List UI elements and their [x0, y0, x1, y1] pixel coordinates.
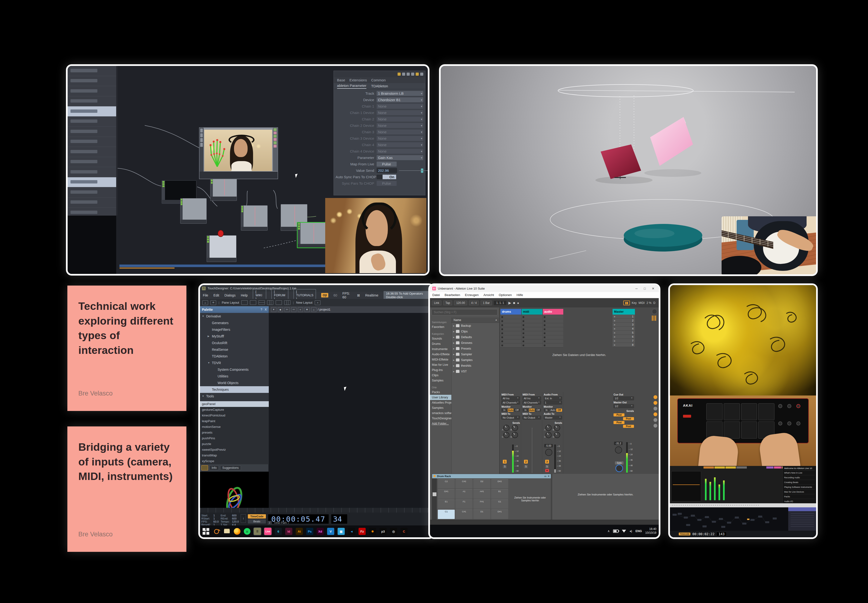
sidebar-row[interactable]	[68, 177, 116, 187]
drum-pad[interactable]: C#1	[455, 509, 473, 519]
output-type-chooser[interactable]: No Output▼	[501, 416, 520, 419]
timecode-mode-button[interactable]: TimeCode	[248, 514, 266, 518]
palette-tree-item[interactable]: ▼Derivative	[200, 313, 269, 320]
crossfader-icon[interactable]	[652, 315, 656, 321]
clip-slot[interactable]	[521, 323, 542, 327]
realtime-checkbox[interactable]: ⊠	[357, 294, 360, 297]
palette-header[interactable]: Palette ? X	[200, 306, 269, 313]
add-icon[interactable]: +	[298, 307, 303, 312]
palette-tree-item[interactable]: ▶MyStufff	[200, 333, 269, 340]
drum-pad[interactable]: D2	[473, 479, 490, 489]
search-icon[interactable]	[213, 528, 220, 535]
sends-toggle[interactable]	[653, 401, 657, 405]
volume-icon[interactable]: ◂)	[630, 529, 632, 533]
scene-row[interactable]: ▶8	[613, 343, 635, 347]
collapse-icon[interactable]: ⌂	[203, 300, 208, 305]
drum-pad[interactable]: B1	[491, 489, 508, 499]
palette-tool-item[interactable]: xyScope	[200, 458, 269, 464]
bookmark-icon[interactable]: ★	[305, 307, 310, 312]
maximize-button[interactable]: □	[644, 287, 646, 290]
device-title-bar[interactable]: Drum Rack ▭✕	[432, 474, 551, 478]
scene-row[interactable]: ▶3	[613, 323, 635, 327]
browser-item[interactable]: Samples	[430, 405, 451, 410]
arrangement-position[interactable]: 1. 1. 1	[494, 301, 506, 305]
cue-volume-knob[interactable]	[616, 464, 623, 472]
send-knob-b[interactable]: B	[512, 425, 518, 431]
parameter-dropdown[interactable]: 1 Brainstorm LB▾	[377, 91, 423, 96]
monitor-switch[interactable]: InAutoOff	[544, 408, 562, 412]
parameter-dropdown[interactable]: None▾	[377, 110, 423, 115]
obs-icon[interactable]: ◎	[390, 528, 397, 535]
master-out-chooser[interactable]: 1/2▼	[614, 404, 634, 408]
returns-toggle[interactable]	[653, 407, 657, 410]
menu-hilfe[interactable]: Hilfe	[517, 293, 523, 297]
illustrator-icon[interactable]: Ai	[296, 528, 303, 535]
parameter-slider[interactable]: 202.96	[377, 168, 423, 173]
clip-slot[interactable]	[543, 315, 563, 319]
palette-tool-item[interactable]: sweetSpotPreviz	[200, 447, 269, 453]
sidebar-row[interactable]	[68, 127, 116, 137]
output-type-chooser[interactable]: Master▼	[544, 416, 562, 419]
clip-slot[interactable]	[543, 343, 563, 348]
language-indicator[interactable]: ENG	[635, 529, 642, 533]
palette-tree-item[interactable]: System Components	[200, 366, 269, 373]
tempo-field[interactable]: 120.00	[454, 300, 467, 305]
browser-item[interactable]: Favoriten	[430, 324, 451, 329]
tab-extensions[interactable]: Extensions	[350, 78, 367, 82]
chop-node-1[interactable]	[180, 198, 207, 224]
fold-icon[interactable]: ▭	[544, 475, 546, 477]
parameter-dropdown[interactable]: None▾	[377, 149, 423, 154]
drum-pad[interactable]: G#1	[438, 489, 455, 499]
volume-field[interactable]: -31.2	[614, 442, 622, 445]
scene-row[interactable]: ▶5	[613, 331, 635, 335]
sidebar-row[interactable]	[68, 157, 116, 167]
send-knob-d[interactable]: D	[554, 432, 560, 438]
clip-slot[interactable]	[521, 319, 542, 323]
file-explorer-icon[interactable]	[223, 528, 231, 535]
network-editor[interactable]	[269, 313, 433, 508]
volume-field[interactable]: -5.00	[544, 444, 553, 447]
menu-edit[interactable]: Edit	[214, 294, 219, 297]
post-toggle-b[interactable]: Post	[623, 417, 634, 420]
drum-pad[interactable]: E1	[438, 499, 455, 509]
parameter-dropdown[interactable]: None▾	[377, 104, 423, 109]
track-activator[interactable]: 1	[503, 460, 507, 464]
help-menu-item[interactable]: Recording Audio	[784, 475, 815, 480]
clip-slot[interactable]	[521, 331, 542, 335]
oi-toggle[interactable]: O|I	[321, 293, 328, 297]
time-signature-field[interactable]: 4 / 4	[469, 300, 479, 305]
scene-row[interactable]: ▶6	[613, 335, 635, 339]
input-type-chooser[interactable]: Ext. In▼	[544, 396, 562, 400]
sidebar-row[interactable]	[68, 86, 116, 96]
clip-slot[interactable]	[521, 315, 542, 319]
monitor-switch[interactable]: InAutoOff	[501, 408, 520, 412]
track-activator[interactable]: 2	[524, 460, 528, 464]
palette-tree-item[interactable]: TDAbleton	[200, 353, 269, 360]
browser-item[interactable]: Add Folder...	[430, 421, 451, 426]
browser-file-row[interactable]: ▶Grooves	[452, 340, 499, 346]
sidebar-row[interactable]	[68, 117, 116, 127]
ableton-live-icon[interactable]: Live	[264, 528, 271, 535]
sidebar-row[interactable]	[68, 66, 116, 76]
sidebar-row[interactable]	[68, 187, 116, 198]
browser-file-row[interactable]: ▶VST	[452, 369, 499, 374]
drum-pad[interactable]: G1	[491, 499, 508, 509]
palette-tree-item[interactable]: World Objects	[200, 380, 269, 386]
send-knob-d[interactable]: D	[512, 432, 518, 438]
time-path-root-button[interactable]: /	[268, 521, 272, 525]
layout-three-icon[interactable]	[267, 300, 273, 305]
sidebar-row[interactable]	[68, 147, 116, 157]
arm-button[interactable]: ●	[545, 469, 549, 472]
clip-slot[interactable]	[521, 327, 542, 331]
timeline-ruler[interactable]	[200, 508, 433, 513]
close-icon[interactable]: ✕	[548, 475, 550, 477]
add-layout-button[interactable]: +	[315, 300, 320, 305]
photoshop-icon[interactable]: Ps	[306, 528, 313, 535]
tab-info[interactable]: Info	[209, 465, 219, 470]
pan-knob[interactable]	[615, 447, 622, 453]
io-options-icon[interactable]	[652, 309, 657, 314]
midi-keyboard-toggle[interactable]: ▮▮	[623, 300, 630, 305]
solo-button[interactable]: S	[545, 465, 549, 468]
drum-pad[interactable]: F1	[455, 499, 473, 509]
drum-pad[interactable]: C1	[438, 509, 455, 519]
